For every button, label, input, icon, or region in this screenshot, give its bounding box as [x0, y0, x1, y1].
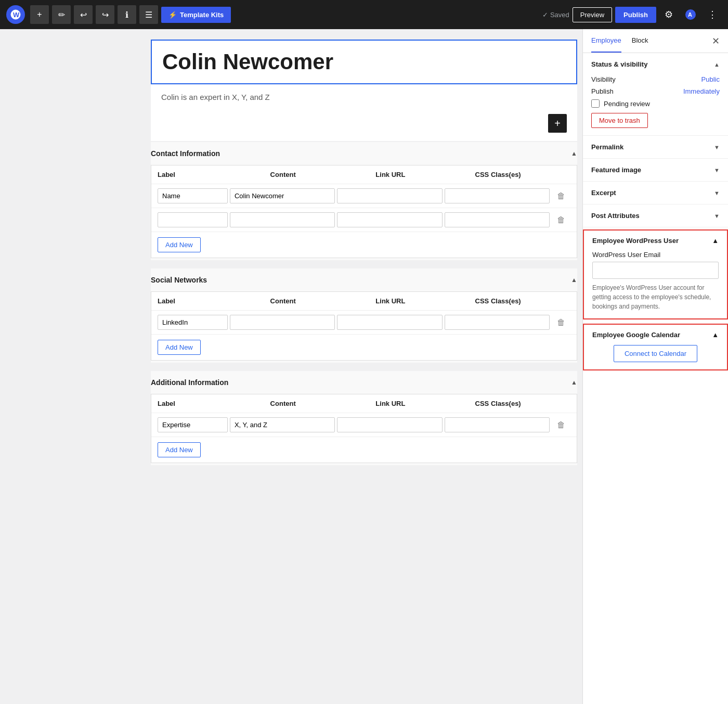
permalink-header[interactable]: Permalink ▼: [583, 136, 728, 158]
contact-row1-content-input[interactable]: [230, 188, 335, 203]
employee-google-calendar-body: Connect to Calendar: [584, 345, 727, 369]
social-networks-header[interactable]: Social Networks ▲: [151, 268, 577, 291]
list-view-button[interactable]: ☰: [139, 5, 158, 24]
tools-button[interactable]: ✏: [52, 5, 71, 24]
label-col-header: Label: [158, 171, 229, 178]
tab-employee[interactable]: Employee: [591, 29, 621, 53]
employee-google-calendar-section: Employee Google Calendar ▲ Connect to Ca…: [583, 324, 728, 370]
additional-info-header[interactable]: Additional Information ▲: [151, 371, 577, 394]
social-row1-delete-button[interactable]: 🗑: [552, 318, 570, 327]
featured-image-header[interactable]: Featured image ▼: [583, 159, 728, 181]
contact-info-table-header: Label Content Link URL CSS Class(es): [151, 165, 577, 184]
employee-wp-user-arrow-icon: ▲: [712, 237, 719, 245]
info-button[interactable]: ℹ: [118, 5, 136, 24]
editor-area: Colin Newcomer Colin is an expert in X, …: [151, 40, 577, 141]
excerpt-header[interactable]: Excerpt ▼: [583, 182, 728, 204]
redo-button[interactable]: ↪: [96, 5, 114, 24]
subtitle-block: Colin is an expert in X, Y, and Z: [151, 84, 577, 110]
additional-info-arrow-icon: ▲: [571, 379, 577, 386]
close-sidebar-button[interactable]: ✕: [712, 35, 720, 47]
additional-info-title: Additional Information: [151, 378, 228, 387]
post-attributes-section: Post Attributes ▼: [583, 204, 728, 227]
pending-review-checkbox[interactable]: [591, 99, 600, 108]
pending-review-row: Pending review: [591, 99, 720, 108]
tab-block[interactable]: Block: [632, 29, 648, 53]
post-title[interactable]: Colin Newcomer: [162, 49, 566, 75]
more-options-button[interactable]: ⋮: [703, 5, 722, 24]
publish-meta-label: Publish: [591, 87, 614, 95]
status-visibility-title: Status & visibility: [591, 60, 647, 68]
preview-button[interactable]: Preview: [573, 7, 612, 22]
status-visibility-header[interactable]: Status & visibility ▲: [583, 53, 728, 75]
wp-user-email-input[interactable]: [592, 262, 719, 279]
social-networks-section: Social Networks ▲ Label Content Link URL…: [151, 268, 577, 363]
publish-meta-value[interactable]: Immediately: [683, 87, 720, 95]
link-url-col-header: Link URL: [337, 171, 445, 178]
template-kits-label: Template Kits: [180, 11, 224, 19]
svg-text:W: W: [13, 11, 20, 19]
social-add-new-button[interactable]: Add New: [158, 340, 201, 355]
contact-row2-delete-button[interactable]: 🗑: [552, 215, 570, 225]
social-row1-link-input[interactable]: [337, 315, 442, 330]
featured-image-section: Featured image ▼: [583, 159, 728, 182]
astra-button[interactable]: A: [681, 5, 700, 24]
contact-add-new-button[interactable]: Add New: [158, 237, 201, 252]
social-content-col: Content: [229, 297, 337, 305]
social-table-header: Label Content Link URL CSS Class(es): [151, 292, 577, 311]
move-to-trash-button[interactable]: Move to trash: [591, 113, 648, 128]
contact-row1-link-input[interactable]: [337, 188, 442, 203]
add-block-button[interactable]: +: [548, 114, 567, 133]
social-row1-css-input[interactable]: [445, 315, 550, 330]
post-attributes-header[interactable]: Post Attributes ▼: [583, 204, 728, 227]
contact-row1-label-input[interactable]: [158, 188, 228, 203]
settings-icon-button[interactable]: ⚙: [659, 5, 678, 24]
additional-row1-css-input[interactable]: [445, 417, 550, 432]
template-kits-button[interactable]: ⚡ Template Kits: [161, 7, 231, 23]
visibility-value[interactable]: Public: [701, 75, 720, 83]
contact-info-arrow-icon: ▲: [571, 150, 577, 157]
template-kits-icon: ⚡: [168, 11, 177, 19]
check-icon: ✓: [542, 11, 548, 19]
contact-row1-delete-button[interactable]: 🗑: [552, 191, 570, 201]
excerpt-arrow-icon: ▼: [714, 190, 720, 196]
social-row1-content-input[interactable]: [230, 315, 335, 330]
post-attributes-arrow-icon: ▼: [714, 213, 720, 219]
additional-row1-content-input[interactable]: [230, 417, 335, 432]
additional-row1-delete-button[interactable]: 🗑: [552, 420, 570, 430]
contact-row2-content-input[interactable]: [230, 212, 335, 227]
social-link-col: Link URL: [337, 297, 445, 305]
additional-info-body: Label Content Link URL CSS Class(es) 🗑 A…: [151, 394, 577, 463]
additional-link-col: Link URL: [337, 400, 445, 407]
undo-button[interactable]: ↩: [74, 5, 93, 24]
contact-info-header[interactable]: Contact Information ▲: [151, 142, 577, 165]
contact-row2-link-input[interactable]: [337, 212, 442, 227]
visibility-row: Visibility Public: [591, 75, 720, 83]
additional-content-col: Content: [229, 400, 337, 407]
publish-row: Publish Immediately: [591, 87, 720, 95]
publish-button[interactable]: Publish: [615, 7, 656, 23]
excerpt-section: Excerpt ▼: [583, 182, 728, 204]
contact-row2-label-input[interactable]: [158, 212, 228, 227]
contact-info-body: Label Content Link URL CSS Class(es) 🗑: [151, 165, 577, 258]
additional-add-new-button[interactable]: Add New: [158, 442, 201, 457]
featured-image-arrow-icon: ▼: [714, 167, 720, 173]
additional-row-1: 🗑: [151, 413, 577, 437]
add-block-area: +: [151, 110, 577, 141]
additional-row1-label-input[interactable]: [158, 417, 228, 432]
social-networks-arrow-icon: ▲: [571, 276, 577, 284]
sidebar-tabs: Employee Block ✕: [583, 29, 728, 53]
employee-google-calendar-title: Employee Google Calendar: [592, 331, 680, 339]
wp-logo-icon[interactable]: W: [6, 5, 25, 24]
social-row1-label-input[interactable]: [158, 315, 228, 330]
contact-row1-css-input[interactable]: [445, 188, 550, 203]
contact-row2-css-input[interactable]: [445, 212, 550, 227]
employee-google-calendar-header[interactable]: Employee Google Calendar ▲: [584, 325, 727, 345]
add-block-topbar-button[interactable]: +: [30, 5, 49, 24]
contact-info-title: Contact Information: [151, 149, 220, 158]
topbar: W + ✏ ↩ ↪ ℹ ☰ ⚡ Template Kits ✓ Saved Pr…: [0, 0, 728, 29]
title-block[interactable]: Colin Newcomer: [151, 40, 577, 84]
connect-to-calendar-button[interactable]: Connect to Calendar: [614, 345, 697, 362]
additional-row1-link-input[interactable]: [337, 417, 442, 432]
sidebar: Employee Block ✕ Status & visibility ▲ V…: [582, 29, 728, 704]
employee-wp-user-header[interactable]: Employee WordPress User ▲: [584, 231, 727, 251]
